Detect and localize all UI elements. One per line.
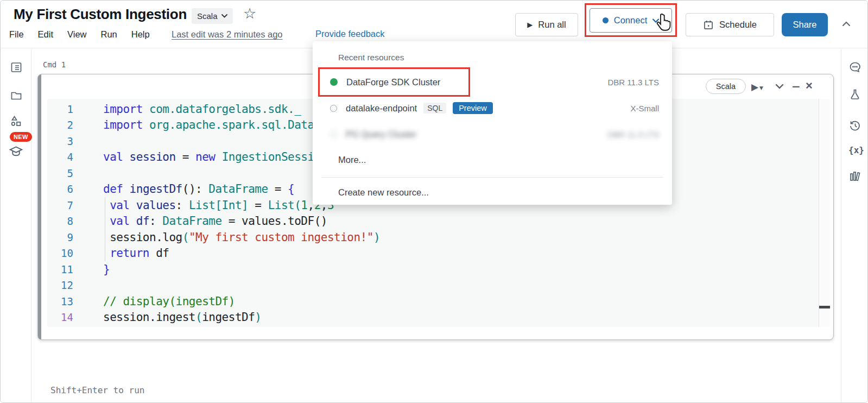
chevron-down-icon xyxy=(652,18,659,23)
line-number: 8 xyxy=(47,215,73,227)
running-status-dot-icon xyxy=(330,78,338,86)
cluster-status-dot-icon xyxy=(603,17,609,23)
variables-icon[interactable]: {x} xyxy=(848,145,861,158)
right-sidebar: {x} xyxy=(841,49,868,403)
provide-feedback-link[interactable]: Provide feedback xyxy=(315,29,385,39)
resource-name: datalake-endpoint xyxy=(346,103,417,114)
menu-edit[interactable]: Edit xyxy=(38,29,53,40)
caret-down-icon: ▼ xyxy=(759,85,763,91)
run-all-button[interactable]: ▶ Run all xyxy=(515,13,578,36)
code-text: val values: List[Int] = List(1,2,3 xyxy=(103,199,334,212)
menu-help[interactable]: Help xyxy=(131,29,150,40)
editor-scrollbar[interactable] xyxy=(819,99,830,327)
schedule-button[interactable]: Schedule xyxy=(686,13,774,36)
line-number: 11 xyxy=(47,263,73,275)
notebook-language-selector[interactable]: Scala xyxy=(192,8,233,24)
keyboard-shortcut-hints: Shift+Enter to run Shift+Ctrl+Enter to r… xyxy=(50,354,244,403)
code-line[interactable]: 8 val df: DataFrame = values.toDF() xyxy=(47,213,819,230)
close-cell-icon[interactable]: × xyxy=(806,79,813,93)
toc-icon[interactable] xyxy=(10,61,23,74)
favorite-star-icon[interactable]: ☆ xyxy=(243,6,256,21)
shortcut-hint: Shift+Enter to run xyxy=(50,383,244,398)
run-all-label: Run all xyxy=(538,20,566,30)
libraries-icon[interactable] xyxy=(848,169,861,182)
line-number: 4 xyxy=(47,151,73,163)
line-number: 5 xyxy=(47,167,73,179)
resource-item-datalake-endpoint[interactable]: datalake-endpoint SQL Preview X-Small xyxy=(313,96,672,121)
minimize-cell-icon[interactable]: − xyxy=(791,80,801,93)
line-number: 1 xyxy=(47,103,73,115)
line-number: 3 xyxy=(47,135,73,147)
connect-label: Connect xyxy=(614,15,647,26)
experiments-icon[interactable] xyxy=(848,88,861,101)
resource-detail: X-Small xyxy=(630,104,659,113)
menu-run[interactable]: Run xyxy=(101,29,117,40)
scrollbar-thumb[interactable] xyxy=(819,306,830,308)
indent-guide xyxy=(105,197,105,261)
code-text: // display(ingestDf) xyxy=(103,295,235,308)
run-cell-button[interactable]: ▶▼ xyxy=(751,81,763,92)
line-number: 12 xyxy=(47,279,73,291)
share-label: Share xyxy=(793,20,816,30)
share-button[interactable]: Share xyxy=(782,13,828,36)
resource-detail: DBR 11.3 LTS xyxy=(608,130,659,139)
code-line[interactable]: 10 return df xyxy=(47,245,819,262)
line-number: 10 xyxy=(47,247,73,259)
line-number: 7 xyxy=(47,199,73,211)
code-text: session.log("My first custom ingestion!"… xyxy=(103,231,380,244)
code-line[interactable]: 14session.ingest(ingestDf) xyxy=(47,310,819,326)
left-sidebar: NEW xyxy=(1,49,31,403)
play-icon: ▶ xyxy=(751,81,758,92)
schedule-label: Schedule xyxy=(719,20,757,30)
code-text: def ingestDf(): DataFrame = { xyxy=(103,182,294,196)
menu-view[interactable]: View xyxy=(67,29,86,40)
resource-item-redacted[interactable]: PG Query Cluster DBR 11.3 LTS xyxy=(313,122,672,147)
dropdown-divider xyxy=(321,177,663,178)
code-line[interactable]: 13// display(ingestDf) xyxy=(47,293,819,310)
code-text: import com.dataforgelabs.sdk._ xyxy=(103,103,301,116)
menu-bar: File Edit View Run Help xyxy=(9,29,150,40)
cell-selection-bar xyxy=(38,74,41,339)
cell-chevron-down-icon[interactable] xyxy=(775,84,784,89)
language-label: Scala xyxy=(197,11,218,21)
line-number: 14 xyxy=(47,311,73,323)
preview-badge: Preview xyxy=(453,102,493,114)
status-circle-icon xyxy=(330,131,337,138)
version-history-icon[interactable] xyxy=(848,119,861,132)
code-text: session.ingest(ingestDf) xyxy=(103,311,261,324)
code-line[interactable]: 11} xyxy=(47,261,819,278)
connect-dropdown-menu: Recent resources DataForge SDK Cluster D… xyxy=(313,41,672,205)
resource-name: DataForge SDK Cluster xyxy=(346,77,440,87)
menu-file[interactable]: File xyxy=(9,29,24,40)
code-text: val session = new IngestionSession( xyxy=(103,150,334,163)
chevron-down-icon xyxy=(221,14,227,18)
resource-item-dataforge-sdk-cluster[interactable]: DataForge SDK Cluster DBR 11.3 LTS xyxy=(313,70,672,95)
comments-icon[interactable] xyxy=(848,61,861,74)
connect-button[interactable]: Connect xyxy=(590,8,672,33)
page-title[interactable]: My First Custom Ingestion xyxy=(14,6,187,23)
more-resources-item[interactable]: More... xyxy=(313,149,672,171)
create-new-resource-item[interactable]: Create new resource... xyxy=(313,181,672,203)
collapse-header-chevron-up-icon[interactable] xyxy=(842,21,851,27)
line-number: 9 xyxy=(47,231,73,243)
resource-detail: DBR 11.3 LTS xyxy=(608,78,659,87)
cell-language-pill[interactable]: Scala xyxy=(706,79,746,94)
line-number: 13 xyxy=(47,295,73,307)
last-edit-status[interactable]: Last edit was 2 minutes ago xyxy=(172,29,283,40)
sql-badge: SQL xyxy=(423,103,446,114)
code-line[interactable]: 9 session.log("My first custom ingestion… xyxy=(47,229,819,245)
code-text: import org.apache.spark.sql.DataFrame xyxy=(103,118,347,131)
folder-icon[interactable] xyxy=(10,89,23,102)
learn-icon[interactable] xyxy=(9,144,23,159)
calendar-icon xyxy=(703,20,714,30)
code-text: return df xyxy=(103,247,169,260)
stopped-status-circle-icon xyxy=(330,105,337,112)
code-line[interactable]: 12 xyxy=(47,278,819,294)
resource-name: PG Query Cluster xyxy=(346,129,416,140)
cell-command-label: Cmd 1 xyxy=(43,60,66,69)
dropdown-section-label: Recent resources xyxy=(338,53,404,62)
play-icon: ▶ xyxy=(527,21,533,29)
data-shapes-icon[interactable] xyxy=(10,115,23,128)
line-number: 6 xyxy=(47,183,73,195)
code-text: } xyxy=(103,263,110,276)
